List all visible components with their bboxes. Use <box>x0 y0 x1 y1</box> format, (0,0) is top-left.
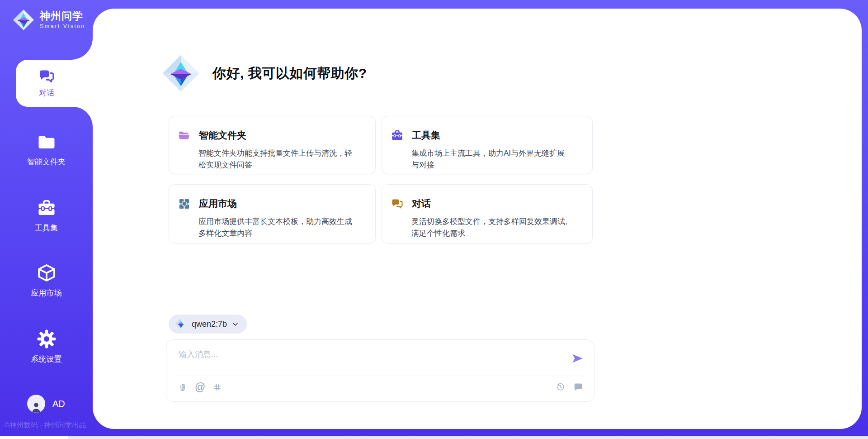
history-icon <box>556 382 566 392</box>
copyright-footer: ©神州数码 · 神州问学出品 <box>5 420 86 430</box>
hero: 你好, 我可以如何帮助你? <box>162 54 367 92</box>
person-icon <box>30 401 42 413</box>
scrollbar-segment <box>0 436 68 439</box>
greeting-title: 你好, 我可以如何帮助你? <box>212 64 367 83</box>
toolbox-icon <box>37 199 56 218</box>
card-description: 应用市场提供丰富长文本模板，助力高效生成多样化文章内容 <box>198 216 363 240</box>
card-description: 智能文件夹功能支持批量文件上传与清洗，轻松实现文件问答 <box>198 148 363 172</box>
at-icon: @ <box>195 382 205 392</box>
gear-icon <box>37 329 57 349</box>
card-app-market[interactable]: 应用市场 应用市场提供丰富长文本模板，助力高效生成多样化文章内容 <box>169 184 376 243</box>
app-logo: 神州问学 Smart Vision <box>13 9 85 31</box>
cube-icon <box>37 263 57 283</box>
user-account[interactable]: AD <box>27 395 65 413</box>
chevron-down-icon <box>232 321 239 328</box>
card-title: 智能文件夹 <box>199 129 246 142</box>
sidebar-item-label: 对话 <box>39 88 54 98</box>
paperclip-icon <box>178 382 188 392</box>
sidebar-item-toolset[interactable]: 工具集 <box>0 199 93 233</box>
avatar <box>27 395 45 413</box>
sidebar-item-label: 智能文件夹 <box>27 157 66 167</box>
model-name: qwen2:7b <box>192 320 227 329</box>
tab-corner-top <box>71 38 93 60</box>
card-title: 工具集 <box>412 129 440 142</box>
briefcase-icon <box>391 129 403 142</box>
history-button[interactable] <box>556 382 566 392</box>
comment-icon <box>573 382 583 392</box>
model-selector[interactable]: qwen2:7b <box>169 315 247 334</box>
message-input[interactable] <box>178 348 562 372</box>
hero-diamond-icon <box>162 54 200 92</box>
sidebar-item-settings[interactable]: 系统设置 <box>0 329 93 364</box>
card-chat[interactable]: 对话 灵活切换多模型文件，支持多样回复效果调试, 满足个性化需求 <box>382 184 593 243</box>
topic-button[interactable] <box>212 382 222 392</box>
sidebar-item-app-market[interactable]: 应用市场 <box>0 263 93 298</box>
brand-title: 神州问学 <box>40 10 85 22</box>
hash-icon <box>212 382 222 392</box>
user-name: AD <box>52 399 65 409</box>
sidebar-item-chat[interactable]: 对话 <box>16 60 95 107</box>
attachment-button[interactable] <box>178 382 188 392</box>
message-composer: @ <box>166 339 594 402</box>
model-diamond-icon <box>175 318 187 330</box>
folder-icon <box>37 133 56 152</box>
horizontal-scrollbar[interactable] <box>0 436 868 439</box>
card-description: 灵活切换多模型文件，支持多样回复效果调试, 满足个性化需求 <box>411 216 580 240</box>
brand-subtitle: Smart Vision <box>40 23 85 29</box>
folder-open-icon <box>178 129 190 142</box>
sidebar-item-label: 应用市场 <box>31 288 62 298</box>
card-description: 集成市场上主流工具，助力AI与外界无缝扩展与对接 <box>411 148 580 172</box>
chat-duo-icon <box>391 198 403 210</box>
grid-icon <box>178 198 190 210</box>
sidebar-item-smart-folder[interactable]: 智能文件夹 <box>0 133 93 167</box>
new-chat-button[interactable] <box>573 382 583 392</box>
sidebar-item-label: 工具集 <box>35 223 58 233</box>
sidebar-item-label: 系统设置 <box>31 354 62 364</box>
card-title: 对话 <box>412 197 431 210</box>
card-title: 应用市场 <box>199 197 237 210</box>
card-smart-folder[interactable]: 智能文件夹 智能文件夹功能支持批量文件上传与清洗，轻松实现文件问答 <box>169 116 376 174</box>
send-icon[interactable] <box>571 352 584 365</box>
tab-corner-bottom <box>73 107 93 127</box>
chat-icon <box>38 68 55 85</box>
card-toolset[interactable]: 工具集 集成市场上主流工具，助力AI与外界无缝扩展与对接 <box>382 116 593 174</box>
brand-diamond-icon <box>13 9 34 31</box>
composer-divider <box>176 376 584 376</box>
mention-button[interactable]: @ <box>195 382 205 392</box>
